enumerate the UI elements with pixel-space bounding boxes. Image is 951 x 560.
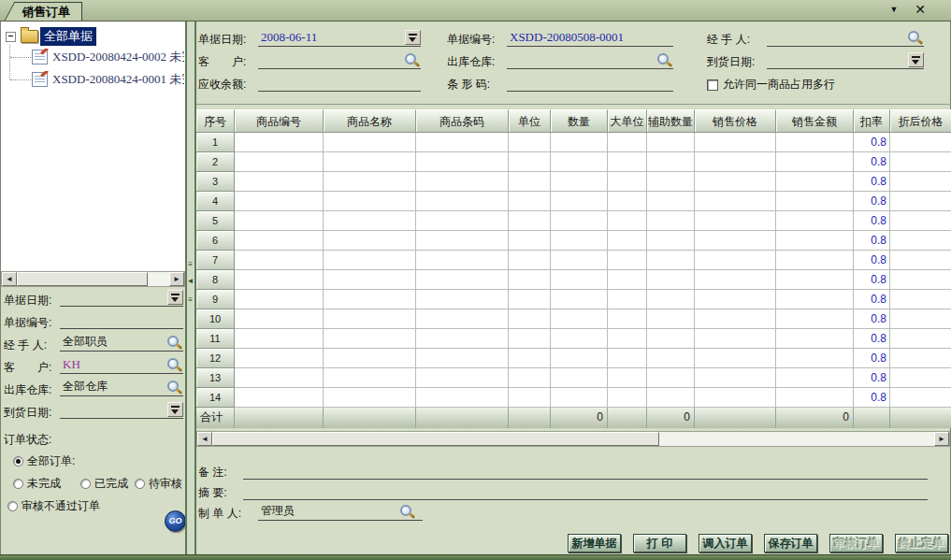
- grid-cell[interactable]: [509, 133, 551, 152]
- grid-cell[interactable]: [509, 329, 551, 349]
- grid-cell[interactable]: [776, 309, 854, 329]
- search-icon[interactable]: [167, 358, 182, 372]
- scroll-track[interactable]: [659, 432, 934, 446]
- discount-cell[interactable]: 0.8: [854, 251, 890, 270]
- grid-cell[interactable]: [890, 349, 951, 368]
- grid-cell[interactable]: [695, 231, 776, 251]
- grid-cell[interactable]: [324, 152, 416, 172]
- search-icon[interactable]: [405, 53, 420, 67]
- grid-cell[interactable]: [695, 152, 776, 172]
- grid-cell[interactable]: [647, 172, 695, 192]
- doc-no-field[interactable]: XSDD-20080508-0001: [507, 30, 673, 47]
- grid-cell[interactable]: [695, 172, 776, 192]
- row-number-cell[interactable]: 5: [196, 211, 235, 231]
- tab-sales-order[interactable]: 销售订单: [15, 2, 82, 21]
- grid-cell[interactable]: [509, 172, 551, 192]
- row-number-cell[interactable]: 7: [196, 251, 235, 270]
- grid-cell[interactable]: [890, 231, 951, 251]
- grid-cell[interactable]: [890, 192, 951, 211]
- grid-cell[interactable]: [324, 329, 416, 349]
- grid-cell[interactable]: [647, 290, 695, 309]
- column-header[interactable]: 销售金额: [776, 109, 854, 133]
- multi-row-checkbox[interactable]: 允许同一商品占用多行: [707, 77, 835, 93]
- radio-unfinished[interactable]: 未完成: [13, 476, 61, 492]
- column-header[interactable]: 商品条码: [416, 109, 509, 133]
- row-number-cell[interactable]: 12: [196, 349, 235, 368]
- tree-root-label[interactable]: 全部单据: [40, 27, 96, 46]
- splitter-collapse-icon[interactable]: ◄: [186, 278, 195, 285]
- grid-cell[interactable]: [647, 231, 695, 251]
- grid-cell[interactable]: [509, 192, 551, 211]
- audit-order-button[interactable]: 审核订单: [829, 534, 883, 553]
- grid-cell[interactable]: [416, 231, 509, 251]
- row-number-cell[interactable]: 14: [196, 388, 235, 408]
- grid-cell[interactable]: [509, 270, 551, 290]
- grid-cell[interactable]: [608, 152, 647, 172]
- filter-arrival-date-field[interactable]: [60, 402, 183, 419]
- grid-cell[interactable]: [695, 251, 776, 270]
- grid-cell[interactable]: [324, 172, 416, 192]
- grid-cell[interactable]: [416, 251, 509, 270]
- grid-cell[interactable]: [647, 329, 695, 349]
- grid-cell[interactable]: [235, 309, 324, 329]
- date-dropdown-icon[interactable]: [167, 290, 183, 305]
- grid-cell[interactable]: [647, 309, 695, 329]
- grid-cell[interactable]: [647, 388, 695, 408]
- grid-cell[interactable]: [416, 152, 509, 172]
- row-number-cell[interactable]: 2: [196, 152, 235, 172]
- grid-cell[interactable]: [608, 329, 647, 349]
- grid-cell[interactable]: [509, 251, 551, 270]
- grid-cell[interactable]: [324, 270, 416, 290]
- scroll-left-arrow[interactable]: ◄: [2, 272, 17, 286]
- discount-cell[interactable]: 0.8: [854, 152, 890, 172]
- grid-cell[interactable]: [509, 349, 551, 368]
- grid-cell[interactable]: [776, 231, 854, 251]
- grid-cell[interactable]: [324, 133, 416, 152]
- grid-cell[interactable]: [551, 231, 608, 251]
- grid-cell[interactable]: [416, 290, 509, 309]
- grid-cell[interactable]: [324, 309, 416, 329]
- grid-cell[interactable]: [235, 349, 324, 368]
- grid-cell[interactable]: [509, 211, 551, 231]
- grid-cell[interactable]: [776, 192, 854, 211]
- radio-icon[interactable]: [80, 479, 91, 489]
- radio-icon[interactable]: [13, 456, 23, 467]
- grid-cell[interactable]: [608, 192, 647, 211]
- grid-cell[interactable]: [608, 368, 647, 388]
- filter-warehouse-field[interactable]: 全部仓库: [60, 380, 183, 396]
- new-doc-button[interactable]: 新增单据: [568, 534, 621, 553]
- radio-audit-failed[interactable]: 审核不通过订单: [7, 498, 100, 514]
- discount-cell[interactable]: 0.8: [854, 388, 890, 408]
- grid-cell[interactable]: [890, 368, 951, 388]
- grid-cell[interactable]: [509, 290, 551, 309]
- grid-cell[interactable]: [551, 368, 608, 388]
- grid-cell[interactable]: [890, 329, 951, 349]
- grid-cell[interactable]: [416, 309, 509, 329]
- grid-cell[interactable]: [551, 192, 608, 211]
- column-header[interactable]: 大单位: [608, 109, 647, 133]
- grid-cell[interactable]: [235, 290, 324, 309]
- grid-cell[interactable]: [647, 211, 695, 231]
- grid-cell[interactable]: [551, 152, 608, 172]
- date-dropdown-icon[interactable]: [405, 30, 421, 45]
- grid-cell[interactable]: [890, 270, 951, 290]
- row-number-cell[interactable]: 10: [196, 309, 235, 329]
- grid-cell[interactable]: [235, 152, 324, 172]
- column-header[interactable]: 序号: [196, 109, 235, 133]
- scroll-track[interactable]: [148, 272, 169, 286]
- grid-cell[interactable]: [890, 309, 951, 329]
- grid-cell[interactable]: [890, 251, 951, 270]
- grid-cell[interactable]: [551, 172, 608, 192]
- row-number-cell[interactable]: 1: [196, 133, 235, 152]
- grid-cell[interactable]: [416, 329, 509, 349]
- arrival-date-field[interactable]: [767, 52, 924, 69]
- grid-cell[interactable]: [324, 211, 416, 231]
- grid-cell[interactable]: [235, 172, 324, 192]
- scroll-thumb[interactable]: [17, 272, 148, 286]
- grid-cell[interactable]: [695, 133, 776, 152]
- grid-cell[interactable]: [324, 368, 416, 388]
- go-button[interactable]: GO: [165, 510, 186, 532]
- row-number-cell[interactable]: 13: [196, 368, 235, 388]
- grid-cell[interactable]: [324, 290, 416, 309]
- panel-splitter[interactable]: ≡ ◄ ≡: [185, 22, 196, 554]
